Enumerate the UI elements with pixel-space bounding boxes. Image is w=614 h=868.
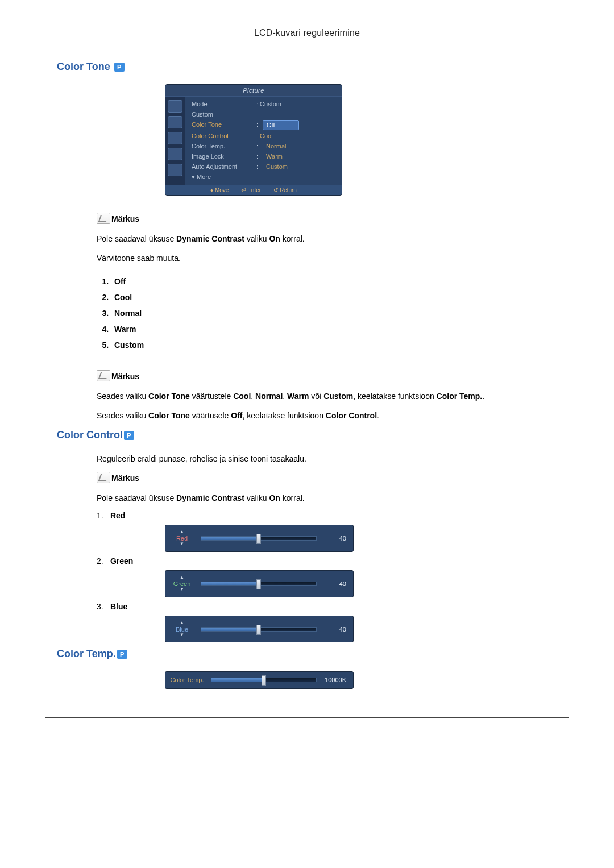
osd-side-icon bbox=[168, 100, 182, 113]
p-badge-icon: P bbox=[114, 63, 125, 72]
section-color-tone-title: Color Tone P bbox=[57, 61, 557, 73]
note-icon bbox=[97, 472, 110, 483]
osd-foot-enter: Enter bbox=[247, 187, 261, 193]
section-color-temp-title: Color Temp.P bbox=[57, 648, 557, 660]
body-text: Pole saadaval üksuse Dynamic Contrast va… bbox=[97, 232, 557, 245]
slider-label: ▲Blue▼ bbox=[170, 621, 194, 638]
osd-more: ▾ More bbox=[192, 172, 252, 181]
osd-sidebar bbox=[165, 97, 185, 185]
slider-color-temp: Color Temp. 10000K bbox=[165, 671, 354, 688]
osd-row-label: Auto Adjustment bbox=[192, 162, 252, 171]
section-color-tone-label: Color Tone bbox=[57, 61, 110, 72]
options-list: Off Cool Normal Warm Custom bbox=[97, 273, 557, 353]
slider-blue: ▲Blue▼ 40 bbox=[165, 616, 354, 643]
slider-green: ▲Green▼ 40 bbox=[165, 570, 354, 597]
slider-handle[interactable] bbox=[256, 579, 261, 589]
body-text: Seades valiku Color Tone väärtustele Coo… bbox=[97, 390, 557, 402]
osd-foot-return: Return bbox=[280, 187, 297, 193]
osd-option: Warm bbox=[263, 152, 286, 161]
body-text: Seades valiku Color Tone väärtusele Off,… bbox=[97, 409, 557, 422]
body-text: Pole saadaval üksuse Dynamic Contrast va… bbox=[97, 492, 557, 504]
section-color-temp-label: Color Temp. bbox=[57, 648, 116, 659]
slider-value: 40 bbox=[323, 580, 346, 587]
list-item: 3. Blue bbox=[97, 602, 142, 611]
osd-side-icon bbox=[168, 148, 182, 160]
note-icon bbox=[97, 213, 110, 224]
slider-handle[interactable] bbox=[262, 675, 266, 686]
slider-handle[interactable] bbox=[256, 625, 261, 635]
note-label: Märkus bbox=[111, 372, 139, 381]
osd-menu: Picture Mode: Custom Custom Color Tone: … bbox=[165, 84, 342, 196]
osd-option: Custom bbox=[263, 162, 291, 171]
note-label: Märkus bbox=[111, 474, 139, 483]
osd-row-label: Mode bbox=[192, 99, 252, 109]
osd-row-label: Color Tone bbox=[192, 120, 252, 130]
osd-title: Picture bbox=[165, 85, 342, 97]
list-item: Off bbox=[111, 273, 557, 289]
osd-row-label: Custom bbox=[192, 110, 252, 119]
p-badge-icon: P bbox=[124, 431, 134, 440]
slider-track[interactable] bbox=[201, 582, 317, 586]
slider-track[interactable] bbox=[211, 678, 317, 682]
note-label: Märkus bbox=[111, 214, 139, 223]
list-item: Normal bbox=[111, 305, 557, 321]
osd-row-label: Image Lock bbox=[192, 152, 252, 161]
osd-foot-move: Move bbox=[215, 187, 229, 193]
body-text: Reguleerib eraldi punase, rohelise ja si… bbox=[97, 452, 557, 465]
slider-value: 10000K bbox=[323, 676, 346, 683]
note-heading: Märkus bbox=[97, 213, 557, 224]
section-color-control-title: Color ControlP bbox=[57, 429, 557, 441]
list-item: Warm bbox=[111, 321, 557, 337]
slider-label: ▲Red▼ bbox=[170, 530, 194, 547]
osd-row-label: Color Control bbox=[192, 131, 252, 140]
note-heading: Märkus bbox=[97, 370, 557, 381]
list-item: Cool bbox=[111, 289, 557, 305]
osd-side-icon bbox=[168, 132, 182, 144]
section-color-control-label: Color Control bbox=[57, 429, 123, 441]
list-item: 2. Green bbox=[97, 556, 142, 566]
osd-option: Cool bbox=[256, 131, 276, 140]
osd-side-icon bbox=[168, 164, 182, 176]
slider-label: Color Temp. bbox=[170, 676, 204, 683]
slider-value: 40 bbox=[323, 535, 346, 542]
list-item: Custom bbox=[111, 337, 557, 353]
slider-value: 40 bbox=[323, 626, 346, 633]
osd-footer: ♦ Move ⏎ Enter ↺ Return bbox=[165, 185, 342, 195]
list-item: 1. Red bbox=[97, 511, 142, 520]
note-heading: Märkus bbox=[97, 472, 557, 483]
slider-track[interactable] bbox=[201, 627, 317, 632]
p-badge-icon: P bbox=[117, 650, 127, 659]
slider-track[interactable] bbox=[201, 536, 317, 541]
page-header: LCD-kuvari reguleerimine bbox=[45, 28, 569, 38]
osd-row-value: : Custom bbox=[256, 99, 281, 109]
body-text: Värvitoone saab muuta. bbox=[97, 252, 557, 264]
slider-handle[interactable] bbox=[256, 534, 261, 544]
note-icon bbox=[97, 370, 110, 381]
osd-option: Normal bbox=[263, 142, 289, 151]
osd-side-icon bbox=[168, 116, 182, 128]
osd-selected-option: Off bbox=[263, 120, 299, 130]
slider-red: ▲Red▼ 40 bbox=[165, 525, 354, 552]
osd-row-label: Color Temp. bbox=[192, 142, 252, 151]
slider-label: ▲Green▼ bbox=[170, 575, 194, 592]
